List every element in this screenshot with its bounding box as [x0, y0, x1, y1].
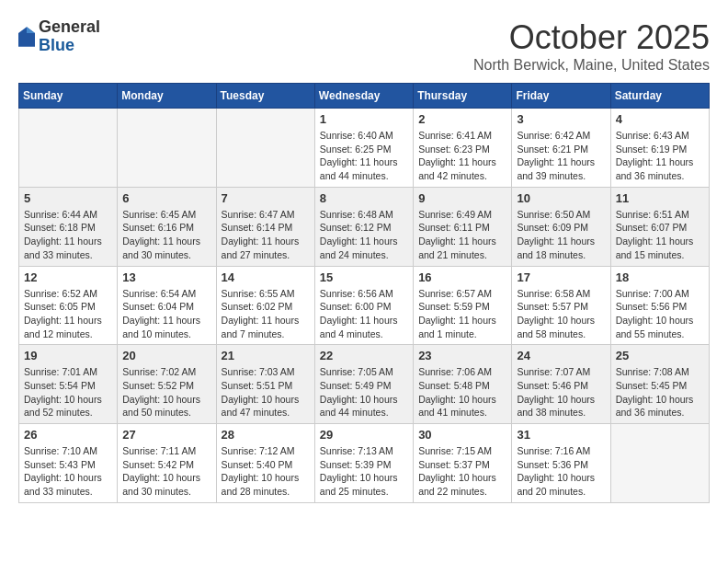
logo: General Blue — [18, 18, 100, 55]
weekday-header-tuesday: Tuesday — [216, 84, 314, 109]
day-info: Sunrise: 7:05 AM Sunset: 5:49 PM Dayligh… — [320, 365, 408, 419]
day-number: 20 — [122, 349, 210, 362]
title-area: October 2025 North Berwick, Maine, Unite… — [473, 18, 710, 74]
day-info: Sunrise: 6:43 AM Sunset: 6:19 PM Dayligh… — [616, 129, 704, 183]
calendar-cell: 25Sunrise: 7:08 AM Sunset: 5:45 PM Dayli… — [610, 345, 709, 424]
calendar-cell: 7Sunrise: 6:47 AM Sunset: 6:14 PM Daylig… — [216, 187, 314, 266]
day-number: 27 — [122, 428, 210, 442]
day-number: 31 — [517, 428, 605, 442]
calendar-cell — [19, 109, 118, 188]
calendar-cell: 8Sunrise: 6:48 AM Sunset: 6:12 PM Daylig… — [314, 187, 413, 266]
day-number: 14 — [222, 270, 310, 284]
calendar-cell — [118, 109, 216, 188]
calendar-cell: 1Sunrise: 6:40 AM Sunset: 6:25 PM Daylig… — [314, 109, 413, 188]
day-number: 19 — [24, 349, 112, 362]
day-info: Sunrise: 6:55 AM Sunset: 6:02 PM Dayligh… — [222, 287, 310, 341]
logo-blue: Blue — [39, 37, 100, 55]
day-number: 11 — [616, 191, 704, 205]
day-info: Sunrise: 6:56 AM Sunset: 6:00 PM Dayligh… — [320, 287, 408, 341]
day-info: Sunrise: 7:02 AM Sunset: 5:52 PM Dayligh… — [122, 365, 210, 419]
calendar-cell — [216, 109, 314, 188]
day-info: Sunrise: 6:48 AM Sunset: 6:12 PM Dayligh… — [320, 208, 408, 262]
weekday-header-sunday: Sunday — [19, 84, 118, 109]
calendar-cell: 10Sunrise: 6:50 AM Sunset: 6:09 PM Dayli… — [512, 187, 610, 266]
day-info: Sunrise: 6:40 AM Sunset: 6:25 PM Dayligh… — [320, 129, 408, 183]
week-row-5: 26Sunrise: 7:10 AM Sunset: 5:43 PM Dayli… — [19, 424, 710, 503]
weekday-header-friday: Friday — [512, 84, 610, 109]
day-info: Sunrise: 6:58 AM Sunset: 5:57 PM Dayligh… — [517, 287, 605, 341]
month-title: October 2025 — [473, 18, 710, 57]
calendar: SundayMondayTuesdayWednesdayThursdayFrid… — [18, 83, 710, 503]
day-number: 23 — [418, 349, 506, 362]
day-info: Sunrise: 6:52 AM Sunset: 6:05 PM Dayligh… — [24, 287, 112, 341]
day-number: 24 — [517, 349, 605, 362]
calendar-cell: 24Sunrise: 7:07 AM Sunset: 5:46 PM Dayli… — [512, 345, 610, 424]
day-info: Sunrise: 7:16 AM Sunset: 5:36 PM Dayligh… — [517, 444, 605, 499]
calendar-cell: 26Sunrise: 7:10 AM Sunset: 5:43 PM Dayli… — [19, 424, 118, 503]
day-number: 21 — [222, 349, 310, 362]
day-info: Sunrise: 7:10 AM Sunset: 5:43 PM Dayligh… — [24, 444, 112, 499]
calendar-cell: 15Sunrise: 6:56 AM Sunset: 6:00 PM Dayli… — [314, 266, 413, 345]
calendar-cell: 17Sunrise: 6:58 AM Sunset: 5:57 PM Dayli… — [512, 266, 610, 345]
day-info: Sunrise: 7:08 AM Sunset: 5:45 PM Dayligh… — [616, 365, 704, 419]
calendar-cell: 30Sunrise: 7:15 AM Sunset: 5:37 PM Dayli… — [414, 424, 512, 503]
day-info: Sunrise: 6:50 AM Sunset: 6:09 PM Dayligh… — [517, 208, 605, 262]
day-number: 22 — [320, 349, 408, 362]
day-number: 3 — [517, 112, 605, 126]
day-info: Sunrise: 6:45 AM Sunset: 6:16 PM Dayligh… — [122, 208, 210, 262]
day-number: 13 — [122, 270, 210, 284]
calendar-cell: 18Sunrise: 7:00 AM Sunset: 5:56 PM Dayli… — [610, 266, 709, 345]
day-info: Sunrise: 7:13 AM Sunset: 5:39 PM Dayligh… — [320, 444, 408, 499]
calendar-cell: 14Sunrise: 6:55 AM Sunset: 6:02 PM Dayli… — [216, 266, 314, 345]
calendar-cell: 16Sunrise: 6:57 AM Sunset: 5:59 PM Dayli… — [414, 266, 512, 345]
page-header: General Blue October 2025 North Berwick,… — [18, 18, 710, 74]
day-number: 1 — [320, 112, 408, 126]
weekday-header-wednesday: Wednesday — [314, 84, 413, 109]
calendar-cell: 12Sunrise: 6:52 AM Sunset: 6:05 PM Dayli… — [19, 266, 118, 345]
day-number: 18 — [616, 270, 704, 284]
day-info: Sunrise: 7:15 AM Sunset: 5:37 PM Dayligh… — [418, 444, 506, 499]
day-info: Sunrise: 7:11 AM Sunset: 5:42 PM Dayligh… — [122, 444, 210, 499]
calendar-cell: 27Sunrise: 7:11 AM Sunset: 5:42 PM Dayli… — [118, 424, 216, 503]
weekday-header-thursday: Thursday — [414, 84, 512, 109]
day-info: Sunrise: 6:41 AM Sunset: 6:23 PM Dayligh… — [418, 129, 506, 183]
day-number: 2 — [418, 112, 506, 126]
day-number: 8 — [320, 191, 408, 205]
day-info: Sunrise: 6:47 AM Sunset: 6:14 PM Dayligh… — [222, 208, 310, 262]
day-info: Sunrise: 7:06 AM Sunset: 5:48 PM Dayligh… — [418, 365, 506, 419]
day-number: 30 — [418, 428, 506, 442]
day-number: 26 — [24, 428, 112, 442]
calendar-cell — [610, 424, 709, 503]
day-info: Sunrise: 6:44 AM Sunset: 6:18 PM Dayligh… — [24, 208, 112, 262]
calendar-cell: 11Sunrise: 6:51 AM Sunset: 6:07 PM Dayli… — [610, 187, 709, 266]
calendar-cell: 22Sunrise: 7:05 AM Sunset: 5:49 PM Dayli… — [314, 345, 413, 424]
day-number: 25 — [616, 349, 704, 362]
day-number: 29 — [320, 428, 408, 442]
day-info: Sunrise: 7:01 AM Sunset: 5:54 PM Dayligh… — [24, 365, 112, 419]
logo-icon — [18, 27, 35, 47]
day-info: Sunrise: 7:00 AM Sunset: 5:56 PM Dayligh… — [616, 287, 704, 341]
weekday-header-monday: Monday — [118, 84, 216, 109]
calendar-cell: 4Sunrise: 6:43 AM Sunset: 6:19 PM Daylig… — [610, 109, 709, 188]
calendar-cell: 31Sunrise: 7:16 AM Sunset: 5:36 PM Dayli… — [512, 424, 610, 503]
day-info: Sunrise: 6:51 AM Sunset: 6:07 PM Dayligh… — [616, 208, 704, 262]
calendar-cell: 19Sunrise: 7:01 AM Sunset: 5:54 PM Dayli… — [19, 345, 118, 424]
day-number: 10 — [517, 191, 605, 205]
week-row-3: 12Sunrise: 6:52 AM Sunset: 6:05 PM Dayli… — [19, 266, 710, 345]
day-number: 28 — [222, 428, 310, 442]
calendar-cell: 2Sunrise: 6:41 AM Sunset: 6:23 PM Daylig… — [414, 109, 512, 188]
weekday-header-row: SundayMondayTuesdayWednesdayThursdayFrid… — [19, 84, 710, 109]
calendar-cell: 3Sunrise: 6:42 AM Sunset: 6:21 PM Daylig… — [512, 109, 610, 188]
day-info: Sunrise: 6:54 AM Sunset: 6:04 PM Dayligh… — [122, 287, 210, 341]
calendar-cell: 5Sunrise: 6:44 AM Sunset: 6:18 PM Daylig… — [19, 187, 118, 266]
day-number: 15 — [320, 270, 408, 284]
day-info: Sunrise: 6:42 AM Sunset: 6:21 PM Dayligh… — [517, 129, 605, 183]
weekday-header-saturday: Saturday — [610, 84, 709, 109]
day-number: 16 — [418, 270, 506, 284]
location: North Berwick, Maine, United States — [473, 57, 710, 74]
calendar-cell: 6Sunrise: 6:45 AM Sunset: 6:16 PM Daylig… — [118, 187, 216, 266]
day-info: Sunrise: 7:12 AM Sunset: 5:40 PM Dayligh… — [222, 444, 310, 499]
day-number: 9 — [418, 191, 506, 205]
day-number: 17 — [517, 270, 605, 284]
logo-text: General Blue — [39, 18, 100, 55]
